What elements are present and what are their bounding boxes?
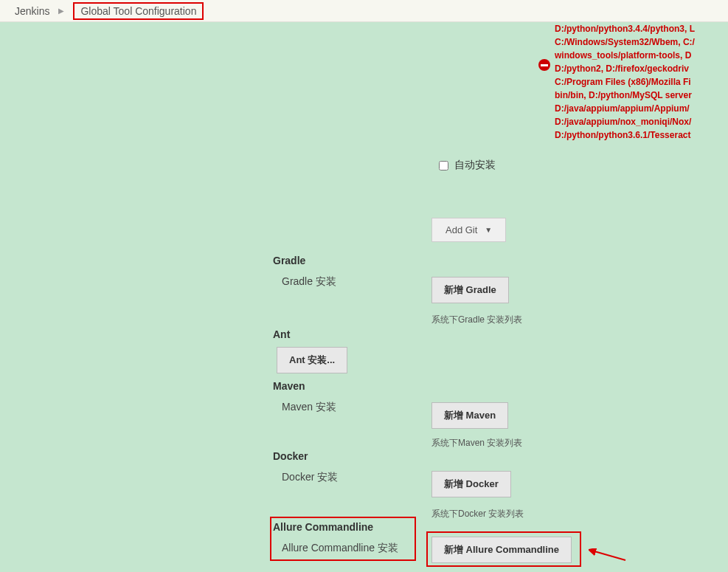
gradle-title: Gradle [273,255,336,266]
maven-btn-row: 新增 Maven [431,402,508,429]
svg-line-1 [594,551,625,560]
gradle-desc: 系统下Gradle 安装列表 [431,314,522,326]
breadcrumb-current-highlight: Global Tool Configuration [73,2,204,20]
ant-install-button[interactable]: Ant 安装... [277,347,347,373]
auto-install-row: 自动安装 [439,159,496,172]
docker-btn-row: 新增 Docker [431,471,511,497]
annotation-box-allure-title [270,517,416,561]
breadcrumb-separator-icon: ▶ [58,7,64,15]
error-content: D:/python/python3.4.4/python3, L C:/Wind… [555,24,695,140]
ant-btn-row: Ant 安装... [277,347,347,373]
path-error-text: D:/python/python3.4.4/python3, L C:/Wind… [555,22,728,142]
gradle-sub: Gradle 安装 [273,275,336,289]
breadcrumb-home[interactable]: Jenkins [15,5,49,17]
ant-section: Ant [273,328,290,349]
gradle-btn-row: 新增 Gradle [431,277,509,303]
ant-title: Ant [273,328,290,340]
annotation-box-allure-button [426,531,581,567]
docker-desc: 系统下Docker 安装列表 [431,508,524,520]
auto-install-label: 自动安装 [454,159,496,172]
breadcrumb-current[interactable]: Global Tool Configuration [80,5,196,17]
add-git-row: Add Git ▼ [431,218,506,242]
annotation-arrow-icon [589,548,629,565]
docker-sub: Docker 安装 [273,471,338,484]
breadcrumb: Jenkins ▶ Global Tool Configuration [0,0,728,22]
error-icon [538,59,550,71]
docker-section: Docker Docker 安装 [273,450,338,484]
gradle-section: Gradle Gradle 安装 [273,255,336,289]
docker-title: Docker [273,450,338,462]
maven-section: Maven Maven 安装 [273,380,336,414]
add-gradle-button[interactable]: 新增 Gradle [431,277,509,303]
add-git-button[interactable]: Add Git ▼ [431,218,506,242]
caret-down-icon: ▼ [485,226,492,234]
add-maven-button[interactable]: 新增 Maven [431,402,508,429]
auto-install-checkbox[interactable] [439,161,448,170]
maven-sub: Maven 安装 [273,401,336,414]
maven-title: Maven [273,380,336,392]
add-docker-button[interactable]: 新增 Docker [431,471,511,497]
maven-desc: 系统下Maven 安装列表 [431,437,522,449]
add-git-label: Add Git [446,224,477,235]
